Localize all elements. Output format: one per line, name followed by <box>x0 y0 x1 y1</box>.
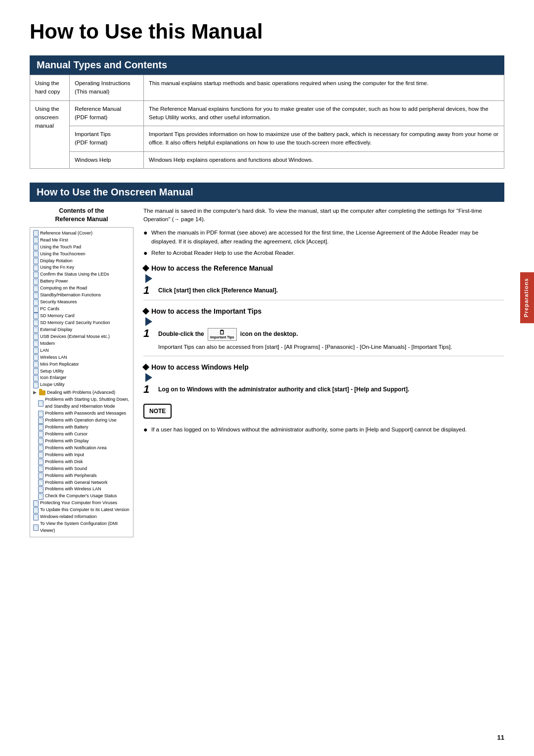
table-row: Windows Help Windows Help explains opera… <box>30 151 504 168</box>
page-icon: 📄 <box>33 347 39 354</box>
list-item: 📄 Problems with Display <box>33 438 130 445</box>
list-item: 📄 Problems with Input <box>33 452 130 459</box>
note-label: NOTE <box>149 408 166 415</box>
page-icon: 📄 <box>33 230 39 236</box>
list-item: 📄 USB Devices (External Mouse etc.) <box>33 333 130 340</box>
list-item: 📄 SD Memory Card <box>33 313 130 320</box>
page-icon: 📄 <box>38 424 44 430</box>
toc-box: 📄 Reference Manual (Cover) 📄 Read Me Fir… <box>30 227 134 537</box>
list-item: 📄 Problems with Sound <box>33 466 130 472</box>
list-item: 📄 Read Me First <box>33 237 130 244</box>
col-manual-name: Operating Instructions(This manual) <box>70 75 144 101</box>
page-icon: 📄 <box>33 265 39 271</box>
page-icon: 📄 <box>33 292 39 299</box>
page-icon: 📄 <box>33 272 39 278</box>
list-item: 📄 Wireless LAN <box>33 354 130 361</box>
page-icon: 📄 <box>33 524 39 531</box>
onscreen-section: Contents of theReference Manual 📄 Refere… <box>30 207 504 537</box>
list-item: 📄 Using the Touch Pad <box>33 244 130 251</box>
step-text: Click [start] then click [Reference Manu… <box>158 285 278 295</box>
toc-title: Contents of theReference Manual <box>30 207 134 224</box>
folder-icon <box>39 390 45 395</box>
bullet-item: ● Refer to Acrobat Reader Help to use th… <box>143 249 504 257</box>
note-text: If a user has logged on to Windows witho… <box>151 425 467 434</box>
bullet-icon: ● <box>143 229 148 246</box>
list-item: 📄 Protecting Your Computer from Viruses <box>33 500 130 507</box>
page-icon: 📄 <box>33 514 39 520</box>
list-item: 📄 PC Cards <box>33 306 130 313</box>
page-icon: 📄 <box>38 452 44 458</box>
divider <box>143 356 504 356</box>
step-text: Double-click the 🗒 Important Tips icon o… <box>158 330 298 337</box>
list-item: 📄 SD Memory Card Security Function <box>33 320 130 327</box>
list-item: 📄 Battery Power <box>33 278 130 285</box>
step-number: 1 <box>143 328 153 339</box>
list-item: ▶ Dealing with Problems (Advanced) <box>33 389 130 396</box>
subsection-header: How to access the Reference Manual <box>143 264 504 272</box>
intro-text: The manual is saved in the computer's ha… <box>143 207 504 224</box>
page-icon: 📄 <box>33 500 39 507</box>
page-icon: 📄 <box>38 438 44 444</box>
step-row: 1 Double-click the 🗒 Important Tips icon… <box>143 328 504 352</box>
page-icon: 📄 <box>33 244 39 250</box>
step-subtext: Important Tips can also be accessed from… <box>158 343 452 351</box>
step-text: Log on to Windows with the administrator… <box>158 384 409 394</box>
page-title: How to Use this Manual <box>30 20 504 44</box>
page-icon: 📄 <box>33 340 39 347</box>
diamond-icon <box>142 308 149 315</box>
list-item: 📄 Check the Computer's Usage Status <box>33 493 130 500</box>
page-icon: 📄 <box>38 445 44 451</box>
list-item: 📄 Windows-related Information <box>33 514 130 520</box>
step-arrow-icon <box>145 373 152 382</box>
bullet-icon: ● <box>143 425 148 434</box>
page-icon: 📄 <box>33 382 39 388</box>
col-manual-name: Important Tips(PDF format) <box>70 126 144 152</box>
table-row: Using the onscreen manual Reference Manu… <box>30 100 504 126</box>
important-tips-icon: 🗒 Important Tips <box>208 328 236 341</box>
page-icon: 📄 <box>33 279 39 285</box>
list-item: 📄 Problems with Disk <box>33 459 130 466</box>
page-icon: 📄 <box>38 411 44 417</box>
side-tab: Preparations <box>520 272 534 323</box>
page-icon: 📄 <box>38 459 44 465</box>
page-icon: 📄 <box>38 400 44 407</box>
col-description: Windows Help explains operations and fun… <box>144 151 504 168</box>
page-icon: 📄 <box>33 354 39 361</box>
page-icon: 📄 <box>38 418 44 424</box>
bullet-item: ● When the manuals in PDF format (see ab… <box>143 229 504 246</box>
list-item: 📄 Problems with Wireless LAN <box>33 486 130 493</box>
row-label-onscreen: Using the onscreen manual <box>30 100 70 168</box>
list-item: 📄 Problems with Battery <box>33 424 130 431</box>
list-item: 📄 Problems with Cursor <box>33 431 130 438</box>
col-manual-name: Reference Manual(PDF format) <box>70 100 144 126</box>
list-item: 📄 Icon Enlarger <box>33 375 130 381</box>
subsection-header: How to access the Important Tips <box>143 307 504 315</box>
page-icon: 📄 <box>33 285 39 292</box>
divider <box>143 300 504 300</box>
page-icon: 📄 <box>33 258 39 264</box>
note-box: NOTE <box>143 404 172 419</box>
page-icon: 📄 <box>33 333 39 340</box>
table-row: Important Tips(PDF format) Important Tip… <box>30 126 504 152</box>
col-description: Important Tips provides information on h… <box>144 126 504 152</box>
col-description: The Reference Manual explains functions … <box>144 100 504 126</box>
col-manual-name: Windows Help <box>70 151 144 168</box>
page-icon: 📄 <box>38 472 44 479</box>
list-item: 📄 Problems with Notification Area <box>33 445 130 452</box>
list-item: 📄 Display Rotation <box>33 258 130 265</box>
page-icon: 📄 <box>33 507 39 514</box>
step-arrow-icon <box>145 274 152 283</box>
toc-column: Contents of theReference Manual 📄 Refere… <box>30 207 138 537</box>
page-icon: 📄 <box>33 320 39 326</box>
list-item: 📄 To Update this Computer to its Latest … <box>33 507 130 514</box>
page-icon: 📄 <box>33 237 39 243</box>
content-column: The manual is saved in the computer's ha… <box>138 207 504 537</box>
step-arrow-icon <box>145 317 152 326</box>
page-icon: 📄 <box>33 299 39 306</box>
list-item: 📄 Modem <box>33 340 130 347</box>
page-icon: 📄 <box>38 486 44 493</box>
list-item: 📄 Problems with Passwords and Messages <box>33 410 130 417</box>
list-item: 📄 Using the Fn Key <box>33 264 130 271</box>
manual-types-table: Using thehard copy Operating Instruction… <box>30 75 504 169</box>
page-icon: 📄 <box>33 313 39 319</box>
